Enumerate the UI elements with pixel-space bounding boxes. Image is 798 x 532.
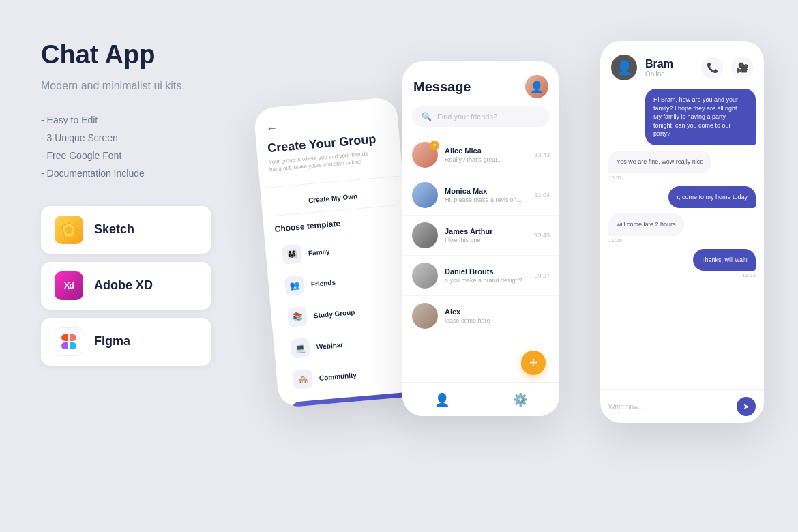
bottom-nav: 👤 ⚙️	[402, 382, 559, 416]
contact-time-james: 13:43	[534, 232, 550, 239]
template-label-friends: Friends	[310, 278, 336, 288]
contact-info-alice: Alice Mica Really? that's great...	[445, 147, 527, 163]
tool-cards: Sketch Xd Adobe XD Figma	[41, 206, 246, 366]
sketch-card[interactable]: Sketch	[41, 206, 211, 254]
template-label-community: Community	[319, 371, 357, 382]
phone-chat: 👤 Bram Online 📞 🎥 Hi Bram, how are you a…	[600, 41, 764, 423]
msg-row-1: Hi Bram, how are you and your family? I …	[608, 89, 756, 145]
msg-received-1: Yes we are fine, wow really nice	[608, 151, 711, 173]
bram-info: Bram Online	[645, 58, 673, 78]
messages-container: Hi Bram, how are you and your family? I …	[600, 89, 764, 389]
contact-daniel[interactable]: Daniel Brouts n you make a brand design?…	[402, 256, 559, 296]
contact-name-alex: Alex	[445, 308, 550, 316]
chat-actions: 📞 🎥	[701, 57, 753, 78]
contact-alice[interactable]: 7 Alice Mica Really? that's great... 13:…	[402, 135, 559, 175]
template-label-study: Study Group	[313, 308, 355, 319]
xd-icon: Xd	[55, 271, 83, 300]
search-bar[interactable]: 🔍 Find your friends?	[412, 106, 550, 127]
phone1-header: ← Create Your Group Your group is where …	[253, 97, 402, 181]
phone3-header: 👤 Bram Online 📞 🎥	[600, 41, 764, 89]
feature-4: - Documentation Include	[41, 168, 246, 179]
send-button[interactable]: ➤	[737, 397, 756, 416]
msg-row-4: will come late 2 hours 11:29	[608, 213, 756, 243]
phone-messages: Message 👤 🔍 Find your friends? 7 Alice M…	[402, 61, 559, 416]
contact-time-alice: 13:43	[534, 151, 550, 158]
template-icon-study: 📚	[287, 307, 308, 327]
figma-label: Figma	[94, 334, 130, 349]
template-icon-webinar: 💻	[290, 338, 310, 359]
app-title: Chat App	[41, 41, 246, 70]
avatar-alex	[412, 303, 438, 329]
contact-msg-alex: lease come here	[445, 317, 550, 324]
figma-logo	[61, 334, 76, 349]
contact-time-daniel: 09:27	[534, 272, 550, 279]
figma-icon	[55, 327, 83, 356]
sketch-label: Sketch	[94, 222, 134, 237]
msg-time-3: 11:32	[742, 272, 756, 278]
left-panel: Chat App Modern and minimalist ui kits. …	[41, 41, 246, 366]
template-icon-community: 🏘️	[293, 369, 313, 389]
figma-card[interactable]: Figma	[41, 318, 211, 366]
avatar-james	[412, 222, 438, 248]
template-icon-friends: 👥	[284, 276, 305, 296]
search-placeholder: Find your friends?	[437, 113, 497, 121]
messages-title: Message	[413, 79, 471, 95]
user-avatar[interactable]: 👤	[525, 75, 548, 98]
msg-row-2: Yes we are fine, wow really nice 10:52	[608, 151, 756, 181]
phone-create-group: ← Create Your Group Your group is where …	[253, 97, 422, 409]
msg-row-3: r, come to my home today	[608, 186, 756, 209]
contact-msg-james: I like this one	[445, 237, 527, 243]
sketch-icon	[55, 216, 83, 244]
fab-button[interactable]: +	[521, 351, 546, 375]
contact-alex[interactable]: Alex lease come here	[402, 296, 559, 336]
contact-name-alice: Alice Mica	[445, 147, 527, 155]
contact-info-james: James Arthur I like this one	[445, 227, 527, 243]
contact-james[interactable]: James Arthur I like this one 13:43	[402, 216, 559, 256]
contact-info-monica: Monica Max Hi, please make a revision...	[445, 187, 527, 203]
contact-msg-monica: Hi, please make a revision...	[445, 196, 527, 203]
contact-monica[interactable]: Monica Max Hi, please make a revision...…	[402, 175, 559, 216]
unread-badge: 7	[430, 141, 439, 150]
template-icon-family: 👨‍👩‍👧	[282, 244, 302, 265]
msg-time-1: 10:52	[608, 175, 622, 181]
nav-profile-icon[interactable]: 👤	[434, 392, 449, 407]
contact-name-james: James Arthur	[445, 227, 527, 235]
msg-time-2: 11:29	[608, 237, 622, 243]
phone1-title: Create Your Group	[267, 131, 389, 156]
xd-label: Adobe XD	[94, 278, 153, 293]
contact-name-daniel: Daniel Brouts	[445, 267, 527, 276]
message-input[interactable]: Write now...	[608, 403, 731, 411]
msg-row-5: Thanks, will wait! 11:32	[608, 249, 756, 279]
feature-1: - Easy to Edit	[41, 115, 246, 125]
bram-name: Bram	[645, 58, 673, 70]
adobexd-card[interactable]: Xd Adobe XD	[41, 262, 211, 310]
phones-area: ← Create Your Group Your group is where …	[246, 20, 778, 512]
contact-info-daniel: Daniel Brouts n you make a brand design?	[445, 267, 527, 284]
phone2-header: Message 👤	[402, 61, 559, 106]
join-btn[interactable]: Join a friend on MegaChat	[290, 392, 413, 409]
avatar-daniel	[412, 263, 438, 289]
msg-sent-1: Hi Bram, how are you and your family? I …	[645, 89, 756, 145]
contact-time-monica: 11:04	[534, 192, 550, 198]
template-label-family: Family	[308, 248, 330, 257]
feature-2: - 3 Unique Screen	[41, 132, 246, 143]
app-subtitle: Modern and minimalist ui kits.	[41, 78, 246, 94]
input-area[interactable]: Write now... ➤	[600, 389, 764, 423]
features-list: - Easy to Edit - 3 Unique Screen - Free …	[41, 115, 246, 179]
nav-settings-icon[interactable]: ⚙️	[513, 392, 528, 407]
bram-status: Online	[645, 70, 673, 78]
video-button[interactable]: 🎥	[731, 57, 753, 78]
msg-sent-2: r, come to my home today	[668, 186, 756, 209]
avatar-alice: 7	[412, 142, 438, 168]
bram-avatar: 👤	[611, 55, 637, 80]
contact-name-monica: Monica Max	[445, 187, 527, 195]
call-button[interactable]: 📞	[701, 57, 723, 78]
msg-sent-3: Thanks, will wait!	[693, 249, 756, 271]
msg-received-2: will come late 2 hours	[608, 213, 684, 236]
contact-info-alex: Alex lease come here	[445, 308, 550, 324]
avatar-monica	[412, 182, 438, 208]
contact-msg-alice: Really? that's great...	[445, 156, 527, 163]
feature-3: - Free Google Font	[41, 150, 246, 161]
search-icon: 🔍	[422, 112, 432, 121]
contact-msg-daniel: n you make a brand design?	[445, 277, 527, 284]
